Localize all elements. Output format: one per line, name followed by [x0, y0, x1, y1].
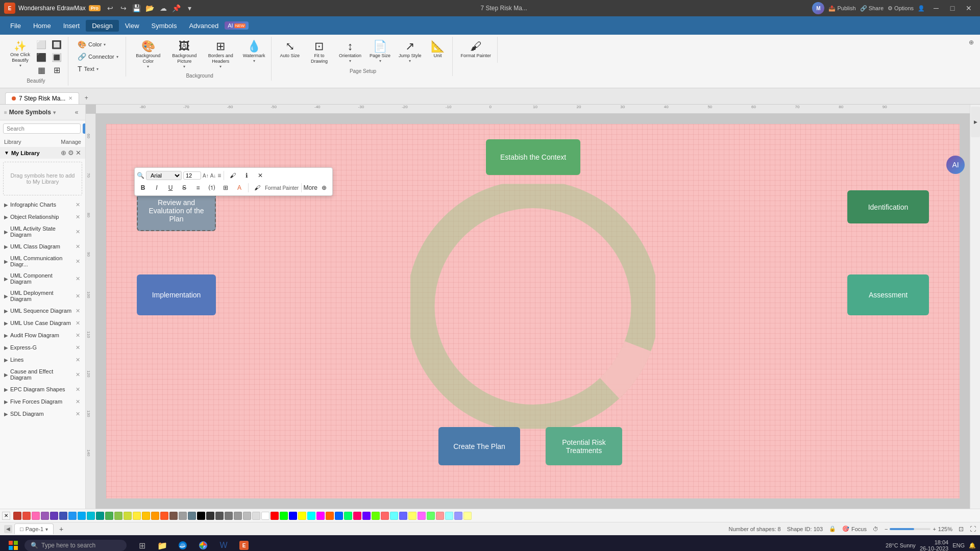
- color-dropdown[interactable]: ▾: [104, 42, 106, 47]
- library-item-close[interactable]: ✕: [74, 201, 81, 208]
- my-library-section[interactable]: ▼ My Library ⊕ ⚙ ✕: [0, 147, 85, 159]
- create-plan-box[interactable]: Create The Plan: [438, 427, 520, 465]
- color-swatch[interactable]: [271, 512, 279, 520]
- color-swatch[interactable]: [22, 512, 31, 520]
- publish-button[interactable]: 📤 Publish: [828, 5, 855, 12]
- color-swatch[interactable]: [188, 512, 196, 520]
- color-swatch[interactable]: [408, 512, 416, 520]
- library-item[interactable]: ▶ Five Forces Diagram ✕: [0, 395, 85, 408]
- color-swatch[interactable]: [307, 512, 315, 520]
- color-swatch[interactable]: [261, 512, 270, 520]
- fit-to-drawing-button[interactable]: ⊡ Fit to Drawing: [306, 39, 333, 66]
- library-item-close[interactable]: ✕: [74, 213, 81, 220]
- underline-button[interactable]: U: [164, 182, 177, 193]
- connector-dropdown[interactable]: ▾: [116, 55, 118, 59]
- my-library-settings[interactable]: ⚙: [68, 149, 74, 157]
- bold-button[interactable]: B: [137, 182, 149, 193]
- menu-advanced[interactable]: Advanced: [183, 20, 225, 32]
- clock[interactable]: 18:04 26-10-2023: [920, 539, 948, 551]
- color-swatch[interactable]: [225, 512, 233, 520]
- library-item-close[interactable]: ✕: [74, 398, 81, 405]
- share-button[interactable]: 🔗 Share: [860, 5, 884, 12]
- color-swatch[interactable]: [96, 512, 104, 520]
- zoom-out-button[interactable]: −: [885, 526, 888, 532]
- popup-close-btn[interactable]: ✕: [254, 170, 266, 181]
- color-swatch[interactable]: [206, 512, 214, 520]
- color-swatch[interactable]: [243, 512, 251, 520]
- menu-home[interactable]: Home: [27, 20, 57, 32]
- color-swatch[interactable]: [362, 512, 371, 520]
- panel-collapse-button[interactable]: «: [72, 108, 81, 117]
- potential-risk-box[interactable]: Potential Risk Treatments: [546, 427, 622, 465]
- ai-floating-button[interactable]: AI: [946, 156, 965, 174]
- active-tab[interactable]: 7 Step Risk Ma... ✕: [5, 92, 79, 104]
- menu-design[interactable]: Design: [86, 20, 118, 32]
- library-item[interactable]: ▶ UML Component Diagram ✕: [0, 270, 85, 287]
- color-swatch[interactable]: [344, 512, 352, 520]
- orientation-button[interactable]: ↕ Orientation ▾: [337, 39, 363, 65]
- color-swatch[interactable]: [105, 512, 113, 520]
- color-swatch[interactable]: [151, 512, 159, 520]
- library-item[interactable]: ▶ Object Relationship ✕: [0, 211, 85, 223]
- color-swatch[interactable]: [463, 512, 472, 520]
- color-swatch[interactable]: [427, 512, 435, 520]
- paint-icon-btn[interactable]: 🖌: [227, 170, 239, 181]
- beautify-dropdown[interactable]: ▾: [19, 63, 21, 68]
- library-item-close[interactable]: ✕: [74, 275, 81, 282]
- search-input[interactable]: [3, 123, 81, 134]
- more-options-btn[interactable]: ℹ: [240, 170, 253, 181]
- color-swatch[interactable]: [234, 512, 242, 520]
- page-tab-1[interactable]: □ Page-1 ▾: [14, 523, 54, 534]
- watermark-button[interactable]: 💧 Watermark ▾: [241, 39, 267, 65]
- library-item[interactable]: ▶ SDL Diagram ✕: [0, 408, 85, 420]
- page-size-button[interactable]: 📄 Page Size ▾: [368, 39, 393, 65]
- jump-style-dropdown[interactable]: ▾: [409, 59, 411, 63]
- library-item[interactable]: ▶ UML Sequence Diagram ✕: [0, 305, 85, 317]
- edrawmax-taskbar-button[interactable]: E: [235, 536, 253, 551]
- lock-button[interactable]: 🔒: [829, 525, 836, 532]
- beautify-btn-1[interactable]: ⬜: [34, 39, 48, 51]
- library-item-close[interactable]: ✕: [75, 258, 81, 265]
- format-painter-popup-btn[interactable]: 🖌: [251, 182, 263, 193]
- library-item-close[interactable]: ✕: [74, 344, 81, 351]
- pin-button[interactable]: 📌: [171, 3, 182, 14]
- library-item-close[interactable]: ✕: [74, 319, 81, 327]
- color-swatch[interactable]: [298, 512, 306, 520]
- fit-view-button[interactable]: ⊡: [959, 525, 964, 533]
- close-button[interactable]: ✕: [962, 3, 976, 13]
- bg-picture-button[interactable]: 🖼 Background Picture ▾: [168, 39, 201, 71]
- library-item[interactable]: ▶ Infographic Charts ✕: [0, 198, 85, 211]
- text-button[interactable]: T Text ▾: [75, 63, 121, 74]
- font-size-input[interactable]: [183, 171, 201, 180]
- library-item[interactable]: ▶ Express-G ✕: [0, 341, 85, 354]
- library-item-close[interactable]: ✕: [74, 410, 81, 417]
- color-swatch[interactable]: [215, 512, 224, 520]
- color-swatch[interactable]: [179, 512, 187, 520]
- borders-dropdown[interactable]: ▾: [219, 64, 222, 69]
- library-item-close[interactable]: ✕: [74, 332, 81, 339]
- auto-size-button[interactable]: ⤡ Auto Size: [278, 39, 302, 61]
- word-button[interactable]: W: [214, 536, 233, 551]
- strikethrough-button[interactable]: S: [178, 182, 190, 193]
- cloud-button[interactable]: ☁: [158, 3, 169, 14]
- fullscreen-button[interactable]: ⛶: [970, 525, 976, 533]
- watermark-dropdown[interactable]: ▾: [253, 59, 255, 63]
- zoom-in-button[interactable]: +: [933, 526, 936, 532]
- edge-button[interactable]: [174, 536, 192, 551]
- color-swatch[interactable]: [436, 512, 444, 520]
- taskview-button[interactable]: ⊞: [133, 536, 151, 551]
- assessment-box[interactable]: Assessment: [847, 274, 929, 315]
- identification-box[interactable]: Identification: [847, 190, 929, 223]
- library-item-close[interactable]: ✕: [74, 243, 81, 250]
- color-swatch[interactable]: [381, 512, 389, 520]
- open-button[interactable]: 📂: [144, 3, 156, 14]
- tab-add-button[interactable]: +: [80, 92, 92, 104]
- menu-symbols[interactable]: Symbols: [145, 20, 183, 32]
- redo-button[interactable]: ↪: [118, 3, 129, 14]
- timer-button[interactable]: ⏱: [873, 526, 878, 532]
- windows-start-button[interactable]: [4, 536, 22, 551]
- library-item-close[interactable]: ✕: [75, 228, 81, 235]
- bullet-list-button[interactable]: ≡: [192, 182, 204, 193]
- table-button[interactable]: ⊞: [219, 182, 232, 193]
- undo-button[interactable]: ↩: [105, 3, 116, 14]
